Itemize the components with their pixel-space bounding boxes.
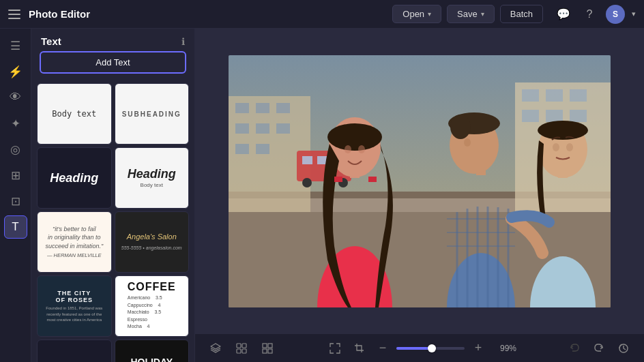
style-card-heading2[interactable]: Heading Body text [115,147,190,209]
bottom-left-controls [206,339,277,358]
svg-rect-9 [276,123,290,134]
sidebar-item-overlay[interactable]: ⊡ [4,190,27,213]
svg-rect-18 [570,110,587,122]
style-card-script2[interactable]: Angela's Salon555-5555 • angelasalon.com [115,211,190,273]
layers-button[interactable] [206,339,225,358]
svg-rect-13 [522,89,539,102]
style-card-birthday[interactable]: HappyBirthday [37,340,112,362]
style-card-coffee-inner: COFFEE Americano 3.5 Cappuccino 4 Macchi… [125,279,179,333]
style-card-coffee-items: Americano 3.5 Cappuccino 4 Macchiato 3.5… [128,295,176,331]
history-button[interactable] [614,339,633,358]
app-title: Photo Editor [29,8,90,20]
main-area: ☰ ⚡ 👁 ✦ ◎ ⊞ ⊡ T Text ℹ Add Text Body tex… [0,29,644,362]
batch-button[interactable]: Batch [500,5,543,23]
sidebar-item-adjust[interactable]: ⚡ [4,60,27,83]
style-card-holiday[interactable]: HOLIDAYSALE 20% off storewide [115,340,190,362]
svg-point-31 [358,145,365,153]
style-card-coffee[interactable]: COFFEE Americano 3.5 Cappuccino 4 Macchi… [115,275,190,337]
text-panel: Text ℹ Add Text Body text SUBHEADING Hea… [31,29,195,362]
zoom-in-button[interactable]: + [470,340,486,357]
style-card-script1[interactable]: "it's better to failin originality than … [37,211,112,273]
zoom-percent: 99% [492,344,516,353]
svg-rect-11 [256,144,269,154]
panel-header: Text ℹ [31,29,194,51]
redo-button[interactable] [589,339,609,358]
canvas-area: − + 99% [195,29,644,362]
zoom-slider[interactable] [396,347,465,350]
style-card-subheading[interactable]: SUBHEADING [115,83,190,145]
style-card-holiday-label: HOLIDAYSALE [130,357,173,363]
svg-point-47 [450,115,471,139]
bottom-bar: − + 99% [195,333,644,362]
zoom-out-button[interactable]: − [375,340,391,357]
info-icon[interactable]: ℹ [181,36,185,47]
sidebar-item-effects[interactable]: ◎ [4,138,27,161]
svg-point-53 [553,143,559,151]
svg-rect-4 [235,103,249,113]
save-button[interactable]: Save ▾ [447,5,495,23]
svg-rect-6 [276,103,290,113]
style-card-heading2-label: Heading [128,168,176,181]
grid-button[interactable] [258,339,277,358]
style-card-holiday-inner: HOLIDAYSALE 20% off storewide [128,355,176,363]
text-styles-grid: Body text SUBHEADING Heading Heading Bod… [31,80,194,362]
crop-button[interactable] [350,339,369,358]
svg-rect-7 [235,123,249,134]
svg-rect-57 [237,349,241,353]
menu-icon[interactable] [8,7,23,22]
svg-point-29 [327,123,382,151]
svg-point-23 [302,178,312,187]
svg-rect-20 [302,156,312,164]
undo-button[interactable] [565,339,584,358]
style-card-city-sublabel: Founded in 1851, Portland wasrecently fe… [46,305,102,322]
svg-point-48 [464,138,471,147]
topbar-right: 💬 ? S ▾ [554,5,636,24]
svg-rect-32 [334,177,342,182]
svg-rect-17 [546,110,563,122]
help-icon-button[interactable]: ? [580,5,599,24]
style-card-heading1[interactable]: Heading [37,147,112,209]
style-card-script2-label: Angela's Salon555-5555 • angelasalon.com [119,229,185,256]
panel-title: Text [41,35,61,47]
account-chevron-icon[interactable]: ▾ [632,10,636,18]
svg-rect-56 [242,344,246,348]
style-card-city-label: THE CITYOF ROSES [46,290,102,305]
svg-rect-62 [268,349,272,353]
sidebar-item-elements[interactable]: ⊞ [4,164,27,187]
avatar[interactable]: S [606,5,625,24]
style-card-coffee-label: COFFEE [128,282,176,292]
svg-rect-58 [242,349,246,353]
sidebar-item-filter[interactable]: 👁 [4,86,27,109]
svg-rect-59 [263,344,267,348]
zoom-slider-thumb [428,344,436,352]
style-card-city[interactable]: THE CITYOF ROSES Founded in 1851, Portla… [37,275,112,337]
meme-svg [229,55,611,307]
svg-rect-16 [522,110,539,122]
fit-button[interactable] [325,339,345,358]
bottom-center-controls: − + 99% [325,339,516,358]
topbar: Photo Editor Open ▾ Save ▾ Batch 💬 ? S ▾ [0,0,644,29]
icon-bar: ☰ ⚡ 👁 ✦ ◎ ⊞ ⊡ T [0,29,31,362]
style-card-script1-label: "it's better to failin originality than … [42,222,106,262]
style-card-heading2-inner: Heading Body text [128,168,176,189]
sidebar-item-edit[interactable]: ✦ [4,112,27,135]
svg-rect-33 [368,177,377,182]
style-card-body[interactable]: Body text [37,83,112,145]
svg-rect-15 [570,89,587,102]
chat-icon-button[interactable]: 💬 [554,5,573,24]
svg-rect-8 [256,123,269,134]
sidebar-item-text[interactable]: T [4,215,27,239]
sidebar-item-menu[interactable]: ☰ [4,34,27,57]
save-chevron-icon: ▾ [481,10,484,18]
svg-point-52 [538,121,588,140]
canvas-image [229,55,611,307]
add-text-button[interactable]: Add Text [40,51,186,74]
open-button[interactable]: Open ▾ [392,5,441,23]
style-card-subheading-label: SUBHEADING [122,110,181,118]
svg-rect-10 [235,144,249,154]
objects-button[interactable] [232,339,251,358]
svg-point-30 [345,145,351,153]
zoom-slider-fill [396,347,432,350]
style-card-body-label: Body text [52,109,96,119]
canvas-container[interactable] [195,29,644,333]
